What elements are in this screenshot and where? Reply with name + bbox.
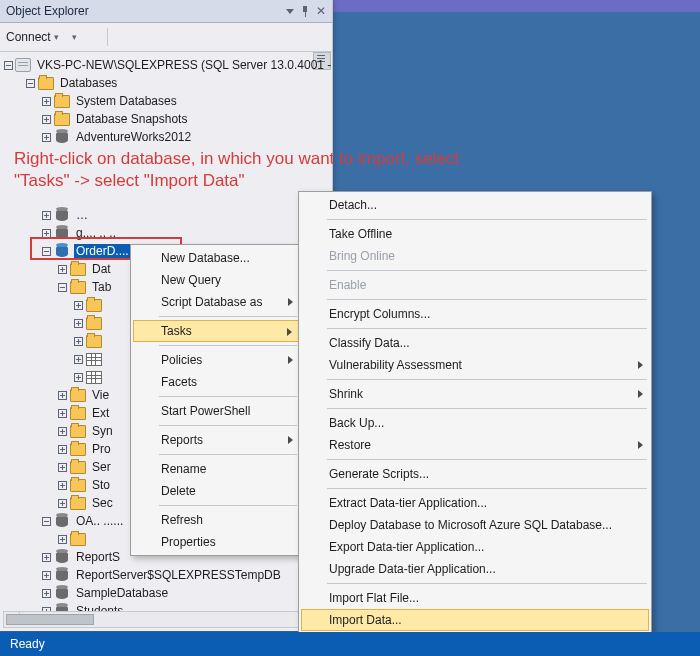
context-menu-item[interactable]: Reports <box>133 429 299 451</box>
tree-db-adventureworks[interactable]: AdventureWorks2012 <box>4 128 332 146</box>
expand-icon[interactable] <box>40 209 52 221</box>
expand-icon[interactable] <box>56 461 68 473</box>
expand-icon[interactable] <box>40 113 52 125</box>
collapse-icon[interactable] <box>56 281 68 293</box>
object-explorer-toolbar: Connect ▾ ▾ <box>0 23 332 52</box>
tree-server-node[interactable]: VKS-PC-NEW\SQLEXPRESS (SQL Server 13.0.4… <box>4 56 332 74</box>
submenu-arrow-icon <box>287 328 292 336</box>
tree-db-sampledb[interactable]: SampleDatabase <box>4 584 332 602</box>
tasks-menu-item[interactable]: Detach... <box>301 194 649 216</box>
scrollbar-thumb[interactable] <box>6 614 94 625</box>
close-icon[interactable]: ✕ <box>316 4 326 18</box>
submenu-arrow-icon <box>288 436 293 444</box>
expand-icon[interactable] <box>72 353 84 365</box>
collapse-icon[interactable] <box>40 515 52 527</box>
submenu-arrow-icon <box>638 361 643 369</box>
submenu-arrow-icon <box>288 356 293 364</box>
expand-icon[interactable] <box>72 299 84 311</box>
horizontal-scrollbar[interactable]: ◂ ▸ <box>3 611 329 628</box>
status-bar: Ready <box>0 632 700 656</box>
context-menu-item[interactable]: Tasks <box>133 320 299 342</box>
tasks-menu-item: Enable <box>301 274 649 296</box>
expand-icon[interactable] <box>72 335 84 347</box>
panel-title-text: Object Explorer <box>6 4 89 18</box>
tasks-menu-item[interactable]: Restore <box>301 434 649 456</box>
expand-icon[interactable] <box>56 425 68 437</box>
context-menu-item[interactable]: Delete <box>133 480 299 502</box>
expand-icon[interactable] <box>56 389 68 401</box>
connect-plug-icon[interactable]: ▾ <box>69 32 77 42</box>
expand-icon[interactable] <box>56 497 68 509</box>
expand-icon[interactable] <box>40 551 52 563</box>
connect-button[interactable]: Connect ▾ <box>6 30 59 44</box>
tasks-menu-item[interactable]: Import Flat File... <box>301 587 649 609</box>
expand-icon[interactable] <box>56 263 68 275</box>
context-menu-item[interactable]: New Database... <box>133 247 299 269</box>
expand-icon[interactable] <box>56 479 68 491</box>
expand-icon[interactable] <box>56 443 68 455</box>
expand-icon[interactable] <box>72 317 84 329</box>
tree-db-hidden2[interactable]: g.... .. .. <box>4 224 332 242</box>
submenu-arrow-icon <box>288 298 293 306</box>
tree-db-hidden1[interactable]: … <box>4 206 332 224</box>
expand-icon[interactable] <box>56 533 68 545</box>
expand-icon[interactable] <box>40 569 52 581</box>
context-menu-item[interactable]: Refresh <box>133 509 299 531</box>
tasks-menu-item[interactable]: Take Offline <box>301 223 649 245</box>
tasks-menu-item[interactable]: Shrink <box>301 383 649 405</box>
tree-databases-node[interactable]: Databases <box>4 74 332 92</box>
collapse-icon[interactable] <box>40 245 52 257</box>
tree-snapshots-node[interactable]: Database Snapshots <box>4 110 332 128</box>
context-menu-item[interactable]: Policies <box>133 349 299 371</box>
context-menu-item[interactable]: New Query <box>133 269 299 291</box>
expand-icon[interactable] <box>56 407 68 419</box>
expand-icon[interactable] <box>40 587 52 599</box>
tasks-menu-item[interactable]: Back Up... <box>301 412 649 434</box>
expand-icon[interactable] <box>40 95 52 107</box>
tasks-menu-item[interactable]: Encrypt Columns... <box>301 303 649 325</box>
annotation-text: Right-click on database, in which you wa… <box>14 148 574 192</box>
tasks-menu-item[interactable]: Import Data... <box>301 609 649 631</box>
context-menu-item[interactable]: Script Database as <box>133 291 299 313</box>
tasks-menu-item[interactable]: Generate Scripts... <box>301 463 649 485</box>
status-text: Ready <box>10 637 45 651</box>
tasks-menu-item[interactable]: Vulnerability Assessment <box>301 354 649 376</box>
title-bar-fragment <box>332 0 700 12</box>
submenu-arrow-icon <box>638 390 643 398</box>
expand-icon[interactable] <box>72 371 84 383</box>
window-position-icon[interactable] <box>286 9 294 14</box>
expand-icon[interactable] <box>40 131 52 143</box>
context-menu-item[interactable]: Properties <box>133 531 299 553</box>
context-menu-database: New Database...New QueryScript Database … <box>130 244 302 556</box>
collapse-icon[interactable] <box>24 77 36 89</box>
tasks-menu-item: Bring Online <box>301 245 649 267</box>
tasks-menu-item[interactable]: Export Data-tier Application... <box>301 536 649 558</box>
tasks-menu-item[interactable]: Classify Data... <box>301 332 649 354</box>
connect-label: Connect <box>6 30 51 44</box>
server-label: VKS-PC-NEW\SQLEXPRESS (SQL Server 13.0.4… <box>35 58 332 72</box>
expand-icon[interactable] <box>40 227 52 239</box>
context-menu-item[interactable]: Start PowerShell <box>133 400 299 422</box>
tree-db-reportserver-temp[interactable]: ReportServer$SQLEXPRESSTempDB <box>4 566 332 584</box>
submenu-arrow-icon <box>638 441 643 449</box>
tasks-menu-item[interactable]: Upgrade Data-tier Application... <box>301 558 649 580</box>
submenu-tasks: Detach...Take OfflineBring OnlineEnableE… <box>298 191 652 656</box>
tasks-menu-item[interactable]: Deploy Database to Microsoft Azure SQL D… <box>301 514 649 536</box>
tasks-menu-item[interactable]: Extract Data-tier Application... <box>301 492 649 514</box>
collapse-icon[interactable] <box>4 59 13 71</box>
context-menu-item[interactable]: Rename <box>133 458 299 480</box>
databases-label: Databases <box>58 76 119 90</box>
context-menu-item[interactable]: Facets <box>133 371 299 393</box>
tree-sysdb-node[interactable]: System Databases <box>4 92 332 110</box>
selected-db-label: OrderD.... <box>74 244 131 258</box>
panel-title-bar[interactable]: Object Explorer ✕ <box>0 0 332 23</box>
pin-icon[interactable] <box>300 6 310 16</box>
